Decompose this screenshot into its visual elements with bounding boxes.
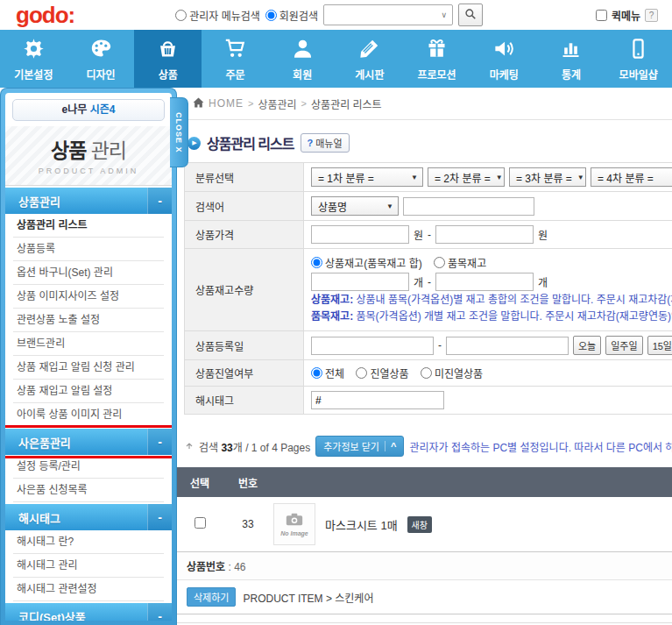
- breadcrumb-level1[interactable]: 상품관리: [258, 96, 296, 111]
- nav-label: 마케팅: [490, 67, 519, 82]
- sidebar-item-ilook-images[interactable]: 아이룩 상품 이미지 관리: [13, 403, 164, 427]
- category2-select[interactable]: = 2차 분류 =: [428, 167, 505, 187]
- section-label: 사은품관리: [18, 434, 71, 451]
- mobile-phone-icon: [626, 37, 650, 64]
- nav-item-order[interactable]: 주문: [202, 30, 269, 88]
- display-hidden-radio[interactable]: [421, 367, 432, 379]
- manual-button[interactable]: ? 매뉴얼: [301, 133, 350, 153]
- nav-label: 디자인: [86, 67, 115, 82]
- keyword-type-select[interactable]: 상품명: [311, 196, 399, 216]
- sidebar-item-restock-request[interactable]: 상품 재입고 알림 신청 관리: [13, 356, 164, 380]
- sidebar-section-product[interactable]: 상품관리 -: [5, 188, 172, 214]
- display-all-radio[interactable]: [311, 367, 322, 379]
- nav-item-design[interactable]: 디자인: [67, 30, 135, 88]
- top-bar: godo: 관리자 메뉴검색 회원검색 퀵메뉴 ?: [0, 0, 672, 30]
- member-search-combobox[interactable]: [323, 4, 453, 25]
- filter-label: 상품가격: [185, 221, 304, 249]
- menu-search-radio[interactable]: [175, 10, 187, 21]
- quick-menu-checkbox[interactable]: [596, 10, 607, 21]
- display-all-option[interactable]: 전체: [311, 366, 344, 380]
- godo-logo[interactable]: godo:: [16, 2, 74, 28]
- sidebar-title-rest: 관리: [86, 139, 126, 162]
- category1-select[interactable]: = 1차 분류 =: [311, 167, 423, 187]
- nav-item-promotion[interactable]: 프로모션: [403, 30, 470, 88]
- nav-label: 상품: [159, 67, 178, 82]
- nav-item-basic-settings[interactable]: 기본설정: [0, 30, 67, 88]
- sidebar-section-coordi-set[interactable]: 코디(Set)상품 -: [5, 603, 172, 621]
- quick-menu-help-icon[interactable]: ?: [645, 9, 658, 22]
- breadcrumb: HOME > 상품관리 > 상품관리 리스트: [177, 88, 672, 120]
- reg-date-end-input[interactable]: [446, 337, 569, 355]
- stock-help-line1: 상품재고: 상품내 품목(가격옵션)별 재고 총합의 조건을 말합니다. 주문시…: [311, 293, 672, 308]
- nav-label: 프로모션: [417, 67, 456, 82]
- sidebar-section-gift-highlighted[interactable]: 사은품관리 -: [5, 429, 172, 455]
- sidebar-item-product-register[interactable]: 상품등록: [13, 238, 164, 261]
- category3-select[interactable]: = 3차 분류 =: [509, 167, 586, 187]
- extra-info-toggle-button[interactable]: 추가정보 닫기 ^: [315, 436, 404, 457]
- price-max-input[interactable]: [435, 225, 534, 244]
- sidebar-item-product-list[interactable]: 상품관리 리스트: [13, 214, 164, 238]
- category4-select[interactable]: = 4차 분류 =: [591, 167, 672, 187]
- sidebar-item-hashtag-what[interactable]: 해시태그 란?: [13, 530, 164, 554]
- product-list-table: 선택 번호 33 No Image 마스크시트 1매 새창 상품번호 : 46: [177, 467, 672, 623]
- sidebar-item-gift-requests[interactable]: 사은품 신청목록: [13, 479, 164, 502]
- breadcrumb-separator: >: [248, 98, 253, 109]
- delete-button[interactable]: 삭제하기: [187, 587, 236, 607]
- keyword-input[interactable]: [403, 197, 534, 216]
- collapse-minus-icon[interactable]: -: [147, 504, 172, 530]
- search-button[interactable]: [458, 4, 483, 26]
- display-shown-option[interactable]: 진열상품: [356, 366, 408, 380]
- sidebar-item-gift-settings[interactable]: 설정 등록/관리: [13, 455, 164, 479]
- sidebar-item-hashtag-settings[interactable]: 해시태그 관련설정: [13, 578, 164, 601]
- member-search-radio[interactable]: [265, 10, 277, 21]
- product-name-link[interactable]: 마스크시트 1매: [325, 516, 398, 533]
- nav-label: 기본설정: [14, 67, 53, 82]
- hashtag-input[interactable]: [311, 391, 444, 409]
- nav-item-marketing[interactable]: 마케팅: [470, 30, 538, 88]
- page-head: 상품관리 리스트 ? 매뉴얼: [187, 132, 672, 153]
- nav-item-product[interactable]: 상품: [134, 30, 202, 88]
- stock-product-radio[interactable]: [311, 257, 322, 268]
- select-arrow-icon: [386, 202, 393, 210]
- stock-max-input[interactable]: [435, 273, 534, 291]
- row-select-checkbox[interactable]: [195, 517, 206, 529]
- sidebar-item-related-products[interactable]: 관련상품 노출 설정: [13, 309, 164, 332]
- sidebar-item-hashtag-manage[interactable]: 해시태그 관리: [13, 554, 164, 578]
- caret-up-icon: ^: [385, 441, 396, 451]
- display-hidden-option[interactable]: 미진열상품: [421, 366, 483, 380]
- nav-item-board[interactable]: 게시판: [336, 30, 404, 88]
- select-arrow-icon: [411, 174, 418, 181]
- date-15days-button[interactable]: 15일: [647, 336, 672, 355]
- breadcrumb-separator: >: [301, 98, 307, 109]
- breadcrumb-home[interactable]: HOME: [209, 97, 244, 110]
- collapse-minus-icon[interactable]: -: [147, 603, 172, 621]
- member-search-option[interactable]: 회원검색: [265, 8, 318, 23]
- sidebar-item-option-set[interactable]: 옵션 바구니(Set) 관리: [13, 261, 164, 285]
- price-min-input[interactable]: [311, 225, 409, 244]
- nav-item-mobile-shop[interactable]: 모바일샵: [605, 30, 672, 88]
- question-icon: ?: [308, 138, 314, 148]
- stock-item-radio[interactable]: [434, 257, 445, 268]
- date-week-button[interactable]: 일주일: [605, 336, 642, 355]
- reg-date-start-input[interactable]: [311, 337, 434, 355]
- collapse-minus-icon[interactable]: -: [147, 188, 172, 214]
- menu-search-option[interactable]: 관리자 메뉴검색: [175, 8, 260, 23]
- filter-label: 상품등록일: [185, 331, 304, 360]
- no-image-thumbnail: No Image: [273, 503, 315, 545]
- date-today-button[interactable]: 오늘: [573, 336, 601, 355]
- sidebar-close-tab[interactable]: CLOSE X: [170, 97, 188, 167]
- stock-type-product-option[interactable]: 상품재고(품목재고 합): [311, 255, 422, 270]
- display-shown-radio[interactable]: [356, 367, 367, 379]
- cart-icon: [223, 37, 247, 64]
- collapse-minus-icon[interactable]: -: [147, 429, 172, 455]
- sidebar-section-hashtag[interactable]: 해시태그 -: [5, 504, 172, 530]
- sidebar-item-brand[interactable]: 브랜드관리: [13, 332, 164, 356]
- nav-item-member[interactable]: 회원: [269, 30, 336, 88]
- stock-type-item-option[interactable]: 품목재고: [434, 255, 486, 270]
- new-window-badge[interactable]: 새창: [407, 516, 432, 533]
- sidebar-item-restock-settings[interactable]: 상품 재입고 알림 설정: [13, 380, 164, 403]
- sidebar-menu: 상품관리 - 상품관리 리스트 상품등록 옵션 바구니(Set) 관리 상품 이…: [5, 188, 172, 621]
- nav-item-statistics[interactable]: 통계: [538, 30, 605, 88]
- stock-min-input[interactable]: [311, 273, 409, 291]
- sidebar-item-image-size[interactable]: 상품 이미지사이즈 설정: [13, 285, 164, 309]
